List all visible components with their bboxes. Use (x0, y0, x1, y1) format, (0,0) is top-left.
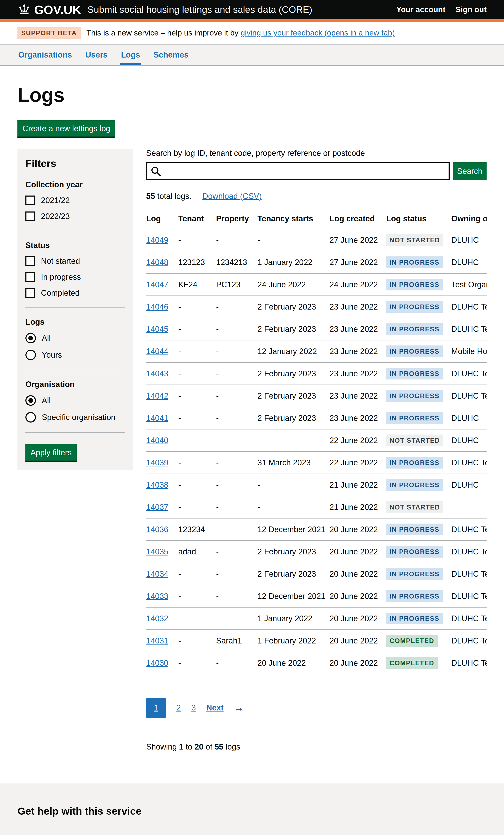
property-cell: - (216, 496, 258, 518)
checkbox[interactable] (25, 256, 35, 266)
radio-option-yours[interactable]: Yours (25, 350, 125, 360)
log-link[interactable]: 14038 (146, 481, 168, 489)
log-link[interactable]: 14039 (146, 458, 168, 467)
checkbox-option-2021-22[interactable]: 2021/22 (25, 196, 125, 205)
log-link[interactable]: 14042 (146, 391, 168, 400)
tenant-cell: KF24 (178, 273, 216, 296)
log-link[interactable]: 14043 (146, 369, 168, 378)
tenant-cell: 123123 (178, 251, 216, 273)
radio[interactable] (25, 412, 36, 423)
log-created-cell: 22 June 2022 (329, 429, 386, 451)
log-link[interactable]: 14032 (146, 614, 168, 623)
log-created-cell: 23 June 2022 (329, 318, 386, 340)
log-link[interactable]: 14044 (146, 347, 168, 356)
pagination-current-page[interactable]: 1 (146, 698, 166, 718)
tenant-cell: - (178, 607, 216, 630)
radio-option-all[interactable]: All (25, 333, 125, 343)
checkbox[interactable] (25, 211, 35, 221)
create-lettings-log-button[interactable]: Create a new lettings log (17, 120, 115, 137)
radio[interactable] (25, 395, 36, 406)
log-link[interactable]: 14049 (146, 236, 168, 244)
log-link[interactable]: 14047 (146, 280, 168, 289)
your-account-link[interactable]: Your account (396, 5, 445, 14)
govuk-logo-link[interactable]: GOV.UK (17, 3, 81, 17)
table-row: 14030 - - 20 June 2022 20 June 2022 COMP… (146, 652, 487, 674)
property-cell: Sarah1 (216, 630, 258, 652)
property-cell: - (216, 385, 258, 407)
checkbox[interactable] (25, 196, 35, 205)
sign-out-link[interactable]: Sign out (456, 5, 487, 14)
col-header-property: Property (216, 214, 258, 229)
filter-group-organisation: OrganisationAllSpecific organisation (25, 380, 125, 423)
table-row: 14045 - - 2 February 2023 23 June 2022 I… (146, 318, 487, 340)
radio[interactable] (25, 333, 36, 343)
log-link[interactable]: 14037 (146, 503, 168, 512)
log-link[interactable]: 14045 (146, 325, 168, 333)
download-csv-link[interactable]: Download (CSV) (202, 192, 262, 201)
nav-tab-users[interactable]: Users (85, 44, 108, 65)
tenant-cell: - (178, 652, 216, 674)
tenant-cell: - (178, 407, 216, 429)
radio-option-all[interactable]: All (25, 395, 125, 406)
property-cell: 1234213 (216, 251, 258, 273)
table-row: 14031 - Sarah1 1 February 2022 20 June 2… (146, 630, 487, 652)
log-link[interactable]: 14033 (146, 592, 168, 600)
tenant-cell: - (178, 429, 216, 451)
pagination-next-link[interactable]: Next (206, 703, 223, 712)
checkbox-option-completed[interactable]: Completed (25, 288, 125, 298)
status-badge: IN PROGRESS (386, 345, 443, 357)
status-badge: IN PROGRESS (386, 301, 443, 313)
tenant-cell: - (178, 385, 216, 407)
log-link[interactable]: 14030 (146, 658, 168, 667)
tenancy-starts-cell: - (258, 496, 329, 518)
tenant-cell: 123234 (178, 518, 216, 541)
nav-tab-organisations[interactable]: Organisations (17, 44, 73, 65)
log-link[interactable]: 14036 (146, 525, 168, 534)
table-row: 14039 - - 31 March 2023 22 June 2022 IN … (146, 451, 487, 474)
tenancy-starts-cell: 20 June 2022 (258, 652, 329, 674)
checkbox-option-in-progress[interactable]: In progress (25, 272, 125, 282)
checkbox[interactable] (25, 272, 35, 282)
status-badge: NOT STARTED (386, 234, 443, 246)
col-header-tenancy-starts: Tenancy starts (258, 214, 329, 229)
table-row: 14042 - - 2 February 2023 23 June 2022 I… (146, 385, 487, 407)
log-link[interactable]: 14041 (146, 414, 168, 423)
status-badge: IN PROGRESS (386, 613, 443, 624)
search-button[interactable]: Search (453, 162, 487, 180)
log-link[interactable]: 14035 (146, 547, 168, 556)
owning-organisation-cell: DLUHC (451, 229, 487, 251)
owning-organisation-cell: DLUHC Test (451, 607, 487, 630)
service-name-link[interactable]: Submit social housing lettings and sales… (87, 4, 312, 15)
phase-banner: SUPPORT BETA This is a new service – hel… (0, 22, 504, 44)
tenant-cell: - (178, 451, 216, 474)
tenancy-starts-cell: 2 February 2023 (258, 296, 329, 318)
log-link[interactable]: 14031 (146, 636, 168, 645)
checkbox[interactable] (25, 288, 35, 298)
log-link[interactable]: 14048 (146, 258, 168, 267)
checkbox-option-2022-23[interactable]: 2022/23 (25, 211, 125, 221)
log-created-cell: 23 June 2022 (329, 296, 386, 318)
log-link[interactable]: 14046 (146, 302, 168, 311)
tenancy-starts-cell: - (258, 474, 329, 496)
pagination-page-3[interactable]: 3 (191, 703, 196, 712)
pagination-page-2[interactable]: 2 (176, 703, 181, 712)
tenant-cell: - (178, 563, 216, 585)
search-input[interactable] (146, 162, 450, 180)
owning-organisation-cell: DLUHC Test (451, 563, 487, 585)
tenancy-starts-cell: 12 December 2021 (258, 518, 329, 541)
nav-tab-schemes[interactable]: Schemes (153, 44, 189, 65)
checkbox-option-not-started[interactable]: Not started (25, 256, 125, 266)
status-badge: COMPLETED (386, 657, 438, 669)
nav-tab-logs[interactable]: Logs (120, 44, 141, 65)
feedback-link[interactable]: giving us your feedback (opens in a new … (241, 28, 395, 37)
radio[interactable] (25, 350, 36, 360)
apply-filters-button[interactable]: Apply filters (25, 444, 77, 461)
radio-option-specific-organisation[interactable]: Specific organisation (25, 412, 125, 423)
table-row: 14032 - - 1 January 2022 20 June 2022 IN… (146, 607, 487, 630)
tenant-cell: - (178, 363, 216, 385)
owning-organisation-cell: DLUHC (451, 251, 487, 273)
log-link[interactable]: 14040 (146, 436, 168, 445)
property-cell: - (216, 518, 258, 541)
property-cell: - (216, 363, 258, 385)
log-link[interactable]: 14034 (146, 570, 168, 578)
